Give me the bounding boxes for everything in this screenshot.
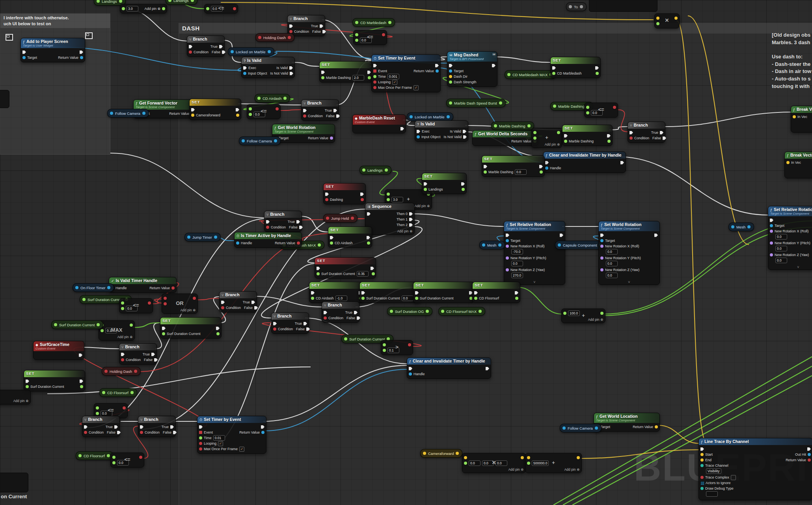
node-header[interactable]: ◆MarbleDash ResetCustom Event xyxy=(353,115,406,125)
node-header[interactable]: ƒBreak Vector xyxy=(785,152,812,159)
variable-pin[interactable] xyxy=(344,337,347,340)
checkbox[interactable]: ✓ xyxy=(239,447,244,452)
data-pin[interactable] xyxy=(80,385,83,388)
set-cd-airdash-neg1[interactable]: SETCD Airdash-1.0 xyxy=(309,282,364,303)
value-input[interactable]: 0.1 xyxy=(105,328,117,333)
is-valid-a[interactable]: ?Is ValidExecIs ValidInput ObjectIs Not … xyxy=(241,57,295,78)
data-pin[interactable] xyxy=(533,137,536,140)
node-header[interactable]: ⏱Is Timer Active by Handle xyxy=(235,232,302,239)
data-pin[interactable] xyxy=(700,476,704,479)
data-pin[interactable] xyxy=(361,297,365,300)
data-pin[interactable] xyxy=(199,447,202,451)
value-input[interactable]: 0.0 xyxy=(482,460,494,466)
value-input[interactable]: 0.0 xyxy=(511,261,523,266)
exec-pin[interactable] xyxy=(361,291,365,295)
node-header[interactable]: ƒGet World RotationTarget is Scene Compo… xyxy=(272,124,335,134)
data-pin[interactable] xyxy=(793,115,796,118)
node-header[interactable]: ⑂Branch xyxy=(322,302,359,309)
data-pin[interactable] xyxy=(22,56,26,59)
variable-out-pin[interactable] xyxy=(130,391,134,394)
variable-pin[interactable] xyxy=(494,124,497,127)
node-header[interactable]: ✓Is Valid Timer Handle xyxy=(109,277,176,284)
exec-pin[interactable] xyxy=(400,127,404,131)
data-pin[interactable] xyxy=(577,456,580,459)
exec-pin[interactable] xyxy=(151,353,155,356)
node-header[interactable]: SET xyxy=(160,318,221,324)
data-pin[interactable] xyxy=(121,301,124,305)
add-100[interactable]: 100.0+Add pin ⊕ xyxy=(561,309,605,323)
value-input[interactable]: 0.0 xyxy=(253,112,265,117)
exec-pin[interactable] xyxy=(154,358,158,362)
variable-pin[interactable] xyxy=(231,50,234,53)
data-pin[interactable] xyxy=(112,456,115,459)
exec-pin[interactable] xyxy=(607,134,611,138)
data-pin[interactable] xyxy=(373,75,376,78)
value-input[interactable]: 0.0 xyxy=(775,258,787,263)
data-pin[interactable] xyxy=(355,33,358,36)
data-pin[interactable] xyxy=(600,312,603,315)
variable-pin[interactable] xyxy=(110,112,113,115)
variable-out-pin[interactable] xyxy=(318,243,321,247)
data-pin[interactable] xyxy=(372,272,375,275)
data-pin[interactable] xyxy=(164,297,167,300)
value-input[interactable]: 0.001 xyxy=(387,74,399,79)
branch-j[interactable]: ⑂BranchTrueConditionFalse xyxy=(82,416,120,437)
variable-out-pin[interactable] xyxy=(498,243,501,247)
set-dashing[interactable]: SETDashing xyxy=(323,183,366,204)
value-input[interactable]: 0.1 xyxy=(387,348,399,353)
pill-marble-dash-speed-burst[interactable]: Marble Dash Speed Burst xyxy=(446,99,506,107)
variable-pin[interactable] xyxy=(569,5,572,8)
exec-pin[interactable] xyxy=(254,306,258,310)
data-pin[interactable] xyxy=(26,385,29,388)
node-header[interactable]: ⑂Branch xyxy=(272,313,309,320)
pill-surf-duration-current-c[interactable]: Surf Duration Current xyxy=(51,320,103,329)
data-pin[interactable] xyxy=(112,461,115,464)
comment-touch-ui[interactable]: l interfere with touch otherwise. uch UI… xyxy=(0,13,110,155)
exec-pin[interactable] xyxy=(261,425,264,429)
branch-k[interactable]: ⑂BranchTrueConditionFalse xyxy=(138,416,176,437)
checkbox[interactable]: ✓ xyxy=(413,85,419,90)
value-input[interactable]: 0.0 xyxy=(591,110,603,116)
pill-holding-dash-b[interactable]: Holding Dash xyxy=(102,367,141,376)
edge-fragment-top-right[interactable] xyxy=(589,0,657,12)
data-pin[interactable] xyxy=(199,436,202,440)
data-pin[interactable] xyxy=(613,106,616,109)
pill-follow-camera-a[interactable]: Follow Camera xyxy=(107,109,149,118)
exec-pin[interactable] xyxy=(324,311,327,314)
data-pin[interactable] xyxy=(770,241,773,245)
data-pin[interactable] xyxy=(533,131,536,134)
exec-pin[interactable] xyxy=(486,367,489,370)
exec-pin[interactable] xyxy=(367,71,371,74)
variable-pin[interactable] xyxy=(258,36,261,39)
cmp-airdash[interactable]: 0.0<= xyxy=(247,104,281,119)
cmp-gt-01[interactable]: 0.1> xyxy=(381,340,413,355)
value-input[interactable]: 0.0 xyxy=(101,411,112,416)
set-cd-airdash-b[interactable]: SETCD Airdash xyxy=(328,226,372,248)
value-input[interactable]: 0.0 xyxy=(775,234,787,239)
data-pin[interactable] xyxy=(122,7,125,10)
node-header[interactable]: ƒSet Relative RotationTarget is Scene Co… xyxy=(504,221,565,231)
variable-pin[interactable] xyxy=(562,426,566,430)
data-pin[interactable] xyxy=(101,329,104,332)
exec-pin[interactable] xyxy=(296,220,300,224)
data-pin[interactable] xyxy=(629,137,633,140)
exec-pin[interactable] xyxy=(463,135,467,139)
data-pin[interactable] xyxy=(139,456,142,459)
exec-pin[interactable] xyxy=(620,161,624,165)
set-landings[interactable]: SETLandings xyxy=(422,173,467,194)
data-pin[interactable] xyxy=(506,256,509,260)
data-pin[interactable] xyxy=(236,241,239,245)
data-pin[interactable] xyxy=(148,301,151,305)
data-pin[interactable] xyxy=(521,456,524,459)
variable-pin[interactable] xyxy=(355,21,358,24)
data-pin[interactable] xyxy=(383,349,386,352)
exec-pin[interactable] xyxy=(663,137,666,140)
exec-pin[interactable] xyxy=(564,134,568,138)
data-pin[interactable] xyxy=(552,72,555,75)
value-input[interactable]: 0.0 xyxy=(211,6,223,11)
node-header[interactable]: SET xyxy=(320,62,372,68)
set-world-rotation-mid[interactable]: ƒSet World RotationTarget is Scene Compo… xyxy=(598,221,660,285)
data-pin[interactable] xyxy=(191,114,194,117)
cmp-marble-dashing[interactable]: 0.0<= xyxy=(584,103,618,118)
node-header[interactable]: SET xyxy=(315,258,376,264)
